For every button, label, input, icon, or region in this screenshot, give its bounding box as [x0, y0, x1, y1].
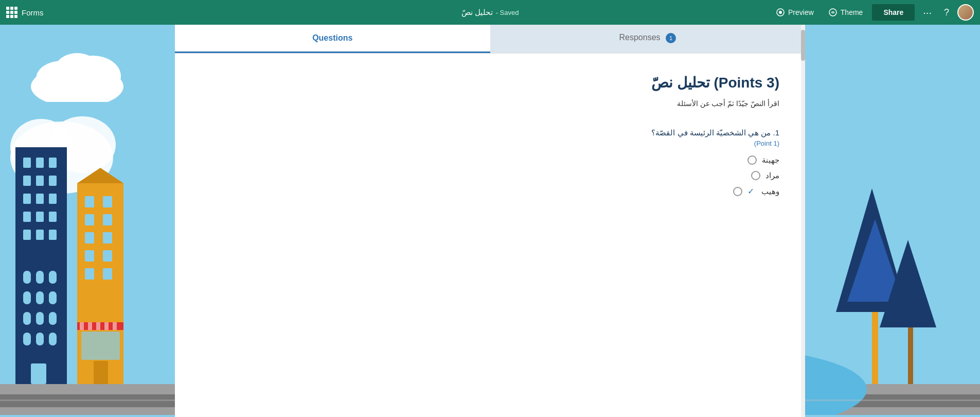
- share-button[interactable]: Share: [872, 4, 915, 21]
- svg-rect-18: [36, 158, 44, 168]
- saved-status: - Saved: [496, 9, 519, 16]
- theme-label: Theme: [841, 8, 863, 16]
- share-label: Share: [883, 8, 903, 16]
- avatar-image: [958, 5, 973, 20]
- svg-rect-51: [85, 232, 94, 244]
- question-1-points: (1 Point): [201, 140, 779, 147]
- option-3-radio[interactable]: [733, 187, 742, 196]
- svg-rect-33: [36, 271, 44, 284]
- scrollbar-track[interactable]: [801, 25, 805, 417]
- checkmark-icon: ✓: [747, 186, 754, 196]
- form-subtitle: اقرأ النصّ جيّدًا ثمّ أجب عن الأسئلة: [201, 99, 779, 108]
- topbar-right: Preview Theme Share ··· ?: [771, 4, 974, 21]
- tab-questions-label: Questions: [312, 33, 352, 42]
- apps-icon[interactable]: [6, 7, 17, 18]
- tabs-bar: Questions Responses 1: [175, 25, 805, 54]
- responses-badge: 1: [666, 33, 676, 43]
- svg-rect-65: [0, 399, 177, 401]
- preview-button[interactable]: Preview: [771, 5, 819, 20]
- option-1-label: جهينة: [762, 155, 779, 165]
- svg-rect-63: [81, 332, 120, 360]
- svg-rect-30: [36, 230, 44, 240]
- more-button[interactable]: ···: [919, 5, 936, 21]
- svg-rect-29: [23, 230, 31, 240]
- form-title: (3 Points) تحليل نصّ: [201, 74, 779, 91]
- buildings-left: [0, 96, 177, 417]
- more-icon: ···: [923, 7, 932, 18]
- option-1[interactable]: جهينة: [201, 155, 779, 165]
- svg-rect-26: [23, 212, 31, 222]
- svg-rect-75: [872, 312, 878, 384]
- option-2-radio[interactable]: [751, 171, 760, 180]
- topbar: Forms تحليل نصّ - Saved Preview Theme Sh…: [0, 0, 980, 25]
- form-panel: Questions Responses 1 (3 Points) تحليل ن…: [175, 25, 805, 417]
- option-2-label: مراد: [765, 171, 779, 180]
- question-1-text: 1. من هي الشخصيّة الرئيسة في القصّة؟: [201, 128, 779, 137]
- svg-rect-19: [49, 158, 57, 168]
- svg-rect-40: [49, 312, 57, 325]
- svg-rect-37: [49, 291, 57, 304]
- svg-rect-54: [103, 250, 112, 262]
- svg-rect-39: [36, 312, 44, 325]
- svg-rect-56: [103, 268, 112, 280]
- svg-rect-20: [23, 176, 31, 186]
- svg-rect-49: [85, 214, 94, 225]
- preview-label: Preview: [788, 8, 814, 16]
- svg-rect-27: [36, 212, 44, 222]
- scrollbar-thumb[interactable]: [801, 30, 805, 61]
- tab-responses[interactable]: Responses 1: [490, 25, 806, 53]
- svg-rect-35: [23, 291, 31, 304]
- main-area: Questions Responses 1 (3 Points) تحليل ن…: [0, 25, 980, 417]
- svg-rect-44: [31, 363, 46, 384]
- svg-rect-78: [908, 327, 913, 384]
- question-1-body: من هي الشخصيّة الرئيسة في القصّة؟: [651, 128, 771, 137]
- theme-icon: [828, 8, 838, 17]
- svg-rect-59: [88, 322, 92, 330]
- svg-rect-42: [36, 333, 44, 345]
- svg-rect-64: [94, 361, 108, 384]
- svg-rect-53: [85, 250, 94, 262]
- svg-rect-52: [103, 232, 112, 244]
- svg-rect-36: [36, 291, 44, 304]
- svg-rect-41: [23, 333, 31, 345]
- svg-rect-32: [23, 271, 31, 284]
- avatar[interactable]: [957, 4, 974, 21]
- svg-rect-22: [49, 176, 57, 186]
- svg-rect-61: [104, 322, 109, 330]
- svg-rect-17: [23, 158, 31, 168]
- option-3[interactable]: وهيب ✓: [201, 186, 779, 196]
- topbar-center: تحليل نصّ - Saved: [461, 8, 519, 17]
- question-1-number: 1.: [773, 128, 779, 137]
- topbar-left: Forms: [6, 7, 44, 18]
- svg-point-6: [54, 53, 100, 89]
- option-2[interactable]: مراد: [201, 171, 779, 180]
- help-button[interactable]: ?: [940, 5, 953, 20]
- svg-rect-50: [103, 214, 112, 225]
- svg-rect-60: [96, 322, 100, 330]
- svg-rect-28: [49, 212, 57, 222]
- preview-icon: [776, 8, 785, 17]
- tab-responses-label: Responses: [619, 33, 661, 42]
- svg-rect-31: [49, 230, 57, 240]
- svg-rect-43: [49, 333, 57, 345]
- svg-rect-23: [23, 194, 31, 204]
- svg-rect-58: [80, 322, 84, 330]
- svg-rect-48: [103, 196, 112, 207]
- option-3-label: وهيب: [761, 187, 779, 196]
- help-icon: ?: [944, 7, 949, 18]
- svg-rect-38: [23, 312, 31, 325]
- svg-rect-34: [49, 271, 57, 284]
- question-1-block: 1. من هي الشخصيّة الرئيسة في القصّة؟ (1 …: [201, 128, 779, 196]
- svg-rect-21: [36, 176, 44, 186]
- form-content: (3 Points) تحليل نصّ اقرأ النصّ جيّدًا ث…: [175, 54, 805, 417]
- svg-rect-62: [113, 322, 117, 330]
- doc-title: تحليل نصّ: [461, 8, 493, 17]
- svg-rect-55: [85, 268, 94, 280]
- svg-rect-47: [85, 196, 94, 207]
- tab-questions[interactable]: Questions: [175, 25, 490, 53]
- svg-rect-25: [49, 194, 57, 204]
- option-1-radio[interactable]: [747, 155, 757, 165]
- theme-button[interactable]: Theme: [823, 5, 868, 20]
- svg-point-1: [779, 11, 782, 14]
- svg-rect-24: [36, 194, 44, 204]
